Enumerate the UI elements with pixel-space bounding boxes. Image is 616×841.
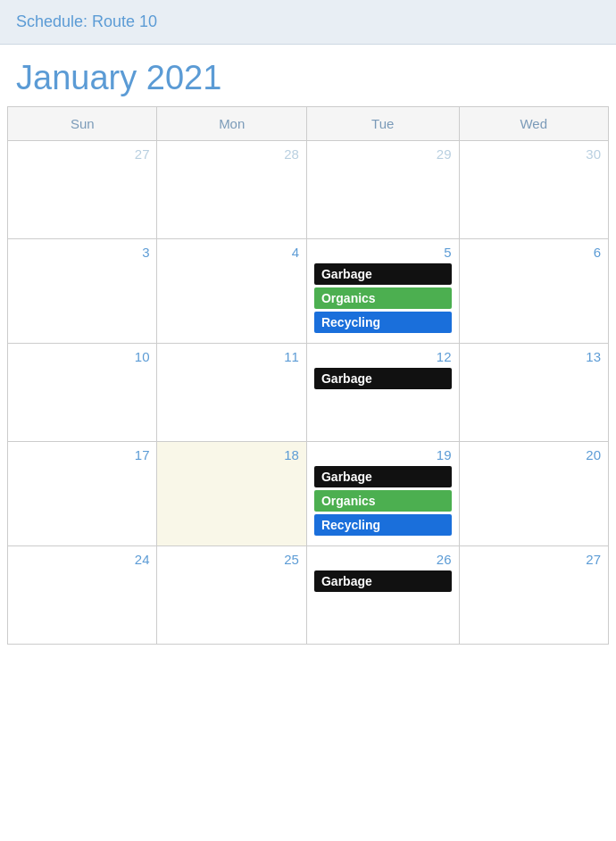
calendar-cell: 17 [8,442,157,546]
week-row-1: 345GarbageOrganicsRecycling6 [8,239,609,344]
week-row-0: 27282930 [8,141,609,239]
event-recycling[interactable]: Recycling [314,514,452,536]
month-title: January 2021 [0,45,616,106]
event-organics[interactable]: Organics [314,287,452,309]
day-number: 28 [164,146,298,162]
week-row-3: 171819GarbageOrganicsRecycling20 [8,442,609,546]
calendar-cell: 30 [459,141,609,239]
event-organics[interactable]: Organics [314,490,452,512]
day-number: 27 [15,146,149,162]
calendar-cell: 24 [8,546,157,645]
calendar-cell: 29 [306,141,459,239]
calendar-cell: 10 [8,344,157,442]
day-number: 30 [467,146,602,162]
calendar-cell: 18 [157,442,306,546]
calendar-cell: 4 [157,239,306,344]
calendar-table: SunMonTueWed 27282930345GarbageOrganicsR… [7,106,609,645]
calendar-cell: 5GarbageOrganicsRecycling [306,239,459,344]
day-number: 26 [314,552,452,567]
calendar-cell: 6 [459,239,609,344]
week-row-4: 242526Garbage27 [8,546,609,645]
day-number: 17 [15,447,149,462]
calendar-cell: 28 [157,141,306,239]
weekday-header-sun: Sun [8,107,157,141]
day-number: 4 [164,245,298,260]
calendar-cell: 12Garbage [306,344,459,442]
day-number: 5 [314,245,452,260]
weekday-header-row: SunMonTueWed [8,107,609,141]
event-garbage[interactable]: Garbage [314,263,452,285]
day-number: 19 [314,447,452,462]
event-garbage[interactable]: Garbage [314,368,452,389]
day-number: 29 [314,146,452,162]
day-number: 25 [164,552,298,567]
day-number: 24 [15,552,149,567]
calendar-cell: 27 [459,546,609,645]
calendar-cell: 26Garbage [306,546,459,645]
day-number: 3 [15,245,149,260]
weekday-header-wed: Wed [459,107,609,141]
calendar-cell: 20 [459,442,609,546]
calendar-cell: 25 [157,546,306,645]
event-garbage[interactable]: Garbage [314,466,452,487]
event-garbage[interactable]: Garbage [314,570,452,592]
calendar-cell: 11 [157,344,306,442]
day-number: 12 [314,349,452,364]
calendar-cell: 13 [459,344,609,442]
day-number: 13 [467,349,602,364]
day-number: 27 [467,552,602,567]
day-number: 10 [15,349,149,364]
day-number: 18 [164,447,298,462]
calendar-wrapper: SunMonTueWed 27282930345GarbageOrganicsR… [0,106,616,652]
page-header: Schedule: Route 10 [0,0,616,45]
weekday-header-mon: Mon [157,107,306,141]
calendar-cell: 19GarbageOrganicsRecycling [306,442,459,546]
day-number: 20 [467,447,602,462]
calendar-cell: 27 [8,141,157,239]
calendar-cell: 3 [8,239,157,344]
day-number: 6 [467,245,602,260]
week-row-2: 101112Garbage13 [8,344,609,442]
day-number: 11 [164,349,298,364]
page-title: Schedule: Route 10 [16,12,157,30]
weekday-header-tue: Tue [306,107,459,141]
event-recycling[interactable]: Recycling [314,312,452,333]
